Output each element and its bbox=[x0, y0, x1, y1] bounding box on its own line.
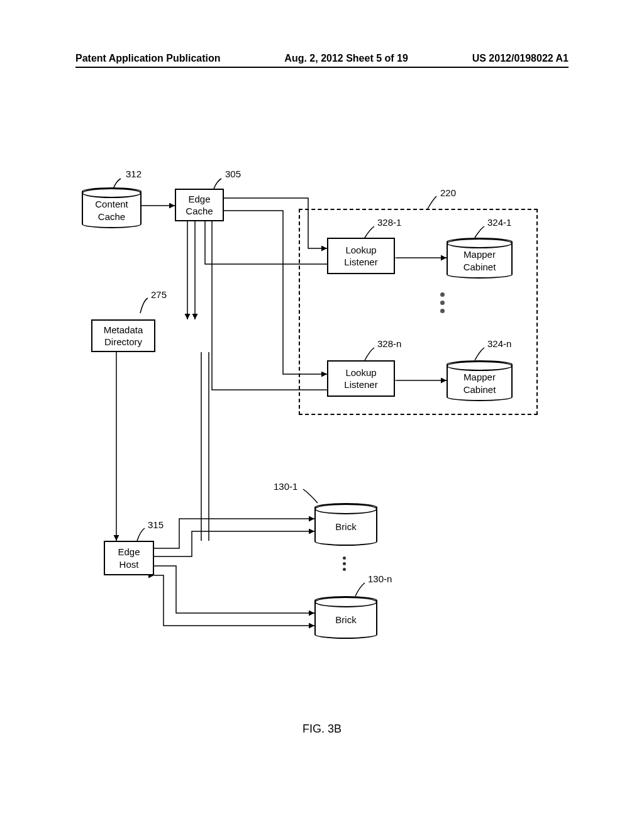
diagram: Content Cache 312 Edge Cache 305 Metadat… bbox=[82, 163, 553, 698]
ref-328-1: 328-1 bbox=[377, 217, 401, 228]
ref-324-n: 324-n bbox=[487, 338, 511, 349]
ref-130-1: 130-1 bbox=[274, 481, 297, 492]
mapper-1-label: Mapper Cabinet bbox=[464, 248, 496, 273]
brick-1-label: Brick bbox=[335, 521, 356, 533]
lookup-n-label: Lookup Listener bbox=[344, 367, 377, 391]
header-center: Aug. 2, 2012 Sheet 5 of 19 bbox=[284, 53, 408, 64]
brick-n-label: Brick bbox=[335, 614, 356, 626]
vertical-ellipsis-bricks-icon bbox=[343, 556, 346, 571]
edge-host-label: Edge Host bbox=[118, 546, 140, 570]
mapper-cabinet-1: Mapper Cabinet bbox=[447, 238, 513, 279]
ref-220: 220 bbox=[440, 187, 456, 198]
ref-130-n: 130-n bbox=[368, 573, 392, 584]
ref-315: 315 bbox=[148, 519, 164, 530]
edge-cache-label: Edge Cache bbox=[186, 193, 213, 218]
vertical-ellipsis-icon bbox=[440, 292, 445, 313]
ref-312: 312 bbox=[126, 169, 142, 179]
mapper-cabinet-n: Mapper Cabinet bbox=[447, 360, 513, 401]
ref-328-n: 328-n bbox=[377, 338, 401, 349]
ref-275: 275 bbox=[151, 289, 167, 300]
ref-305: 305 bbox=[225, 169, 241, 179]
edge-host-box: Edge Host bbox=[104, 541, 154, 575]
lookup-listener-1: Lookup Listener bbox=[327, 238, 395, 274]
header-right: US 2012/0198022 A1 bbox=[472, 53, 569, 64]
brick-1: Brick bbox=[314, 503, 377, 546]
header-divider bbox=[75, 67, 569, 68]
brick-n: Brick bbox=[314, 596, 377, 639]
content-cache-label: Content Cache bbox=[95, 198, 128, 223]
metadata-directory-box: Metadata Directory bbox=[91, 319, 155, 352]
lookup-1-label: Lookup Listener bbox=[344, 244, 377, 268]
header-left: Patent Application Publication bbox=[75, 53, 221, 64]
edge-cache-box: Edge Cache bbox=[175, 189, 224, 221]
mapper-n-label: Mapper Cabinet bbox=[464, 371, 496, 396]
ref-324-1: 324-1 bbox=[487, 217, 511, 228]
content-cache-cylinder: Content Cache bbox=[82, 187, 142, 228]
metadata-dir-label: Metadata Directory bbox=[104, 324, 143, 348]
figure-caption: FIG. 3B bbox=[0, 722, 644, 736]
lookup-listener-n: Lookup Listener bbox=[327, 360, 395, 397]
